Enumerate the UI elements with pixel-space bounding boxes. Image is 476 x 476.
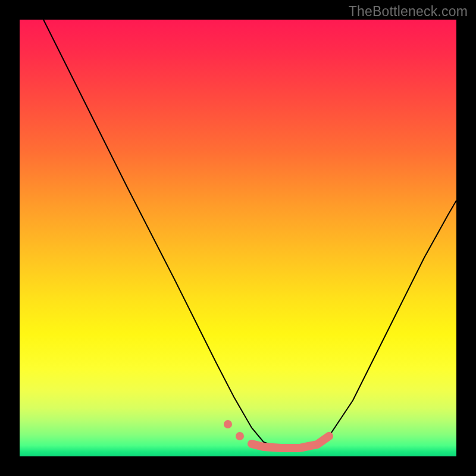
chart-frame: TheBottleneck.com — [0, 0, 476, 476]
watermark-text: TheBottleneck.com — [349, 4, 468, 20]
trough-dot — [236, 432, 244, 440]
plot-area — [20, 20, 456, 456]
bottleneck-curve — [43, 20, 456, 448]
trough-dot — [224, 420, 232, 428]
chart-svg — [20, 20, 456, 456]
